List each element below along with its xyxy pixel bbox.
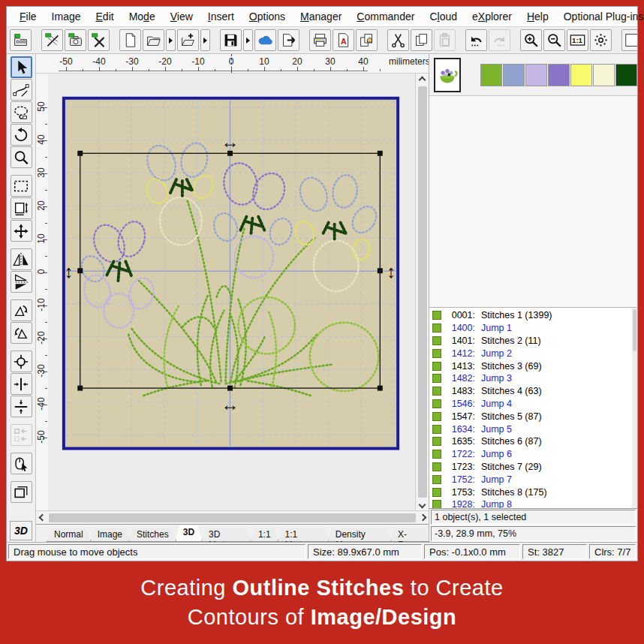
menu-view[interactable]: View (164, 8, 200, 25)
tab-1-1-matte[interactable]: 1:1 Matte (278, 528, 329, 542)
sew-simulator-button[interactable] (41, 29, 63, 51)
tab-image[interactable]: Image (90, 528, 130, 542)
menu-explorer[interactable]: eXplorer (465, 8, 519, 25)
edit-stitches-tool-button[interactable] (11, 79, 32, 101)
zoom-1to1-button[interactable]: 1:1 (567, 29, 588, 51)
mirror-vertical-tool-button[interactable] (11, 271, 32, 293)
tab-density-map[interactable]: Density Map (328, 528, 391, 542)
copy-to-editor-button[interactable] (356, 29, 378, 51)
connect-objects-tool-button[interactable] (11, 424, 32, 446)
stitch-list-item[interactable]: 1482:Jump 3 (432, 372, 637, 385)
menu-cloud[interactable]: Cloud (423, 8, 464, 25)
menu-commander[interactable]: Commander (350, 8, 421, 25)
menu-optional-plug-ins[interactable]: Optional Plug-ins (557, 8, 644, 25)
vertical-scrollbar[interactable] (415, 74, 429, 510)
stitch-list-item[interactable]: 1412:Jump 2 (432, 347, 637, 360)
thread-color-swatch-3[interactable] (525, 64, 547, 86)
stitch-list-item[interactable]: 1546:Jump 4 (432, 398, 637, 411)
pointer-tool-button[interactable] (11, 56, 32, 78)
tab-x-ray[interactable]: X-Ray (390, 528, 429, 542)
list-scrollbar[interactable] (632, 308, 637, 508)
design-thumbnail[interactable] (434, 58, 461, 92)
auto-adjust-button[interactable] (590, 29, 612, 51)
redo-button[interactable] (489, 29, 510, 51)
vertical-scroll-thumb[interactable] (418, 86, 427, 498)
menu-mode[interactable]: Mode (122, 8, 162, 25)
tab-1-1[interactable]: 1:1 (251, 528, 278, 542)
menu-edit[interactable]: Edit (89, 8, 121, 25)
zoom-out-button[interactable] (543, 29, 565, 51)
zoom-in-button[interactable] (520, 29, 542, 51)
paste-button[interactable] (434, 29, 456, 51)
center-vertical-tool-button[interactable] (11, 396, 32, 417)
stitch-list-item[interactable]: 1722:Jump 6 (432, 448, 637, 461)
rotate-tool-button[interactable] (11, 124, 32, 146)
lasso-select-tool-button[interactable] (11, 101, 32, 123)
thread-color-swatch-2[interactable] (503, 64, 525, 86)
menu-image[interactable]: Image (45, 8, 88, 25)
stitch-list-item[interactable]: 1752:Jump 7 (432, 473, 637, 486)
stitch-list-item[interactable]: 1413:Stitches 3 (69) (432, 360, 637, 372)
stitch-list-item[interactable]: 1634:Jump 5 (432, 423, 637, 435)
new-document-button[interactable] (119, 29, 141, 51)
print-button[interactable] (309, 29, 331, 51)
thread-color-swatch-7[interactable] (615, 64, 637, 86)
stitch-block-list[interactable]: 0001:Stitches 1 (1399)1400:Jump 11401:St… (429, 308, 637, 509)
stitch-list-item[interactable]: 1723:Stitches 7 (29) (432, 461, 637, 474)
tab-stitches[interactable]: Stitches (129, 528, 176, 542)
import-design-dropdown-button[interactable] (200, 29, 210, 51)
tab-3d[interactable]: 3D (176, 525, 202, 542)
mouse-settings-tool-button[interactable] (11, 453, 32, 474)
export-button[interactable] (278, 29, 299, 51)
scroll-left-icon[interactable] (36, 512, 48, 524)
file-manager-button[interactable] (10, 29, 32, 51)
thread-color-swatch-4[interactable] (548, 64, 570, 86)
resize-tool-button[interactable] (11, 197, 32, 219)
stitch-list-item[interactable]: 1400:Jump 1 (432, 322, 637, 335)
thread-color-swatch-6[interactable] (593, 64, 615, 86)
rect-select-tool-button[interactable] (11, 175, 32, 197)
open-folder-button[interactable] (143, 29, 164, 51)
rotate-left-tool-button[interactable] (11, 299, 32, 321)
menu-help[interactable]: Help (520, 8, 555, 25)
freehand-3d-button[interactable]: 3D (10, 521, 32, 540)
delete-stitches-button[interactable] (88, 29, 110, 51)
design-viewport[interactable]: ↔ ↔ ↕ ↕ (48, 74, 415, 510)
embroidery-canvas[interactable]: ↔ ↔ ↕ ↕ (48, 74, 415, 510)
tab-normal[interactable]: Normal (47, 528, 91, 542)
menu-file[interactable]: File (13, 8, 44, 25)
center-tool-button[interactable] (11, 351, 32, 372)
horizontal-scroll-thumb[interactable] (49, 513, 416, 522)
center-horizontal-tool-button[interactable] (11, 373, 32, 395)
horizontal-scrollbar[interactable] (36, 510, 429, 524)
scroll-up-icon[interactable] (417, 74, 429, 86)
menu-options[interactable]: Options (242, 8, 292, 25)
stitch-list-item[interactable]: 1483:Stitches 4 (63) (432, 385, 637, 398)
zoom-tool-button[interactable] (11, 146, 32, 168)
open-folder-dropdown-button[interactable] (166, 29, 176, 51)
float-window-tool-button[interactable] (11, 481, 32, 503)
stitch-list-item[interactable]: 0001:Stitches 1 (1399) (432, 309, 637, 322)
stitch-list-item[interactable]: 1635:Stitches 6 (87) (432, 435, 637, 448)
cut-button[interactable] (387, 29, 409, 51)
move-tool-button[interactable] (11, 220, 32, 242)
pdf-export-button[interactable]: A (333, 29, 354, 51)
save-dropdown-button[interactable] (243, 29, 253, 51)
clipped-edge-button[interactable] (621, 29, 637, 51)
stitch-list-item[interactable]: 1547:Stitches 5 (87) (432, 410, 637, 423)
scroll-right-icon[interactable] (417, 512, 429, 524)
scroll-down-icon[interactable] (417, 498, 429, 510)
stitch-list-item[interactable]: 1401:Stitches 2 (11) (432, 335, 637, 348)
thread-color-swatch-5[interactable] (570, 64, 592, 86)
menu-insert[interactable]: Insert (201, 8, 241, 25)
camera-button[interactable] (65, 29, 86, 51)
menu-manager[interactable]: Manager (293, 8, 348, 25)
copy-button[interactable] (411, 29, 432, 51)
cloud-button[interactable] (254, 29, 276, 51)
import-design-button[interactable] (177, 29, 199, 51)
rotate-right-tool-button[interactable] (11, 322, 32, 344)
mirror-horizontal-tool-button[interactable] (11, 248, 32, 270)
stitch-list-item[interactable]: 1753:Stitches 8 (175) (432, 486, 637, 498)
thread-color-swatch-1[interactable] (480, 64, 502, 86)
stitch-list-item[interactable]: 1928:Jump 8 (432, 498, 637, 509)
